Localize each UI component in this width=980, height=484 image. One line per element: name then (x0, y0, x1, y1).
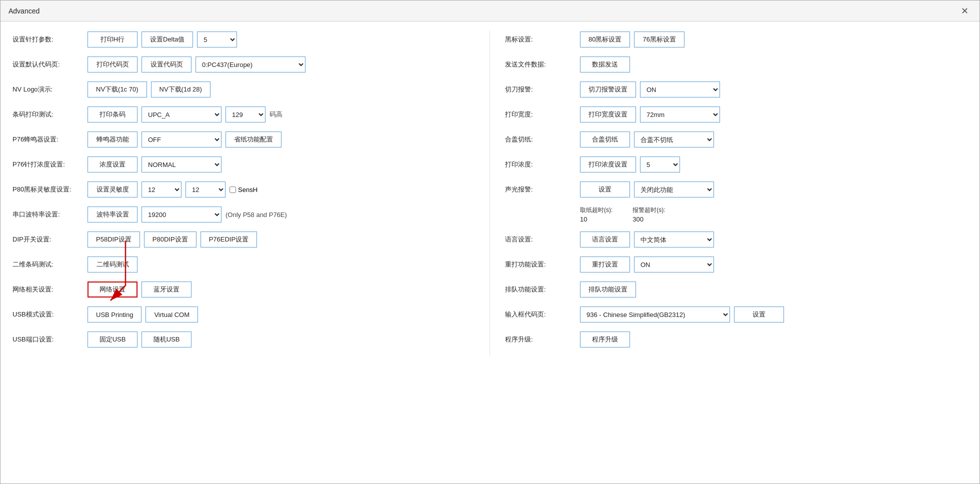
label-default-codepage: 设置默认代码页: (12, 60, 88, 69)
row-input-codepage: 输入框代码页:936 - Chinese Simplified(GB2312)设… (505, 306, 968, 324)
print-density-select[interactable]: 5123467 (640, 156, 680, 172)
reprint-btn[interactable]: 重打设置 (580, 256, 630, 272)
nv-download2-btn[interactable]: NV下载(1d 28) (151, 82, 210, 98)
reprint-select[interactable]: ONOFF (634, 256, 714, 272)
row-black-mark: 黑标设置:80黑标设置76黑标设置 (505, 30, 968, 48)
controls-nv-logo: NV下载(1c 70)NV下载(1d 28) (88, 82, 210, 98)
delta-select[interactable]: 5 (197, 32, 237, 48)
controls-qr-test: 二维码测试 (88, 256, 138, 272)
label-reprint: 重打功能设置: (505, 260, 580, 269)
qr-test-btn[interactable]: 二维码测试 (88, 256, 138, 272)
codepage-select[interactable]: 0:PC437(Europe) (196, 56, 306, 72)
print-width-select[interactable]: 72mm80mm58mm (640, 106, 720, 122)
sensh-checkbox[interactable]: SensH (230, 186, 258, 194)
cutter-alarm-select[interactable]: ONOFF (640, 82, 720, 98)
random-usb-btn[interactable]: 随机USB (142, 332, 192, 348)
virtual-com-btn[interactable]: Virtual COM (146, 306, 198, 322)
cutter-alarm-btn[interactable]: 切刀报警设置 (580, 82, 636, 98)
data-send-btn[interactable]: 数据发送 (580, 56, 630, 72)
bm76-btn[interactable]: 76黑标设置 (634, 32, 684, 48)
row-send-file: 发送文件数据:数据发送 (505, 56, 968, 74)
audio-alarm-select[interactable]: 关闭此功能开启此功能 (634, 182, 714, 198)
row-usb-port: USB端口设置:固定USB随机USB (12, 330, 474, 348)
left-panel: 设置针打参数:打印H行设置Delta值5设置默认代码页:打印代码页设置代码页0:… (12, 30, 490, 356)
baud-select[interactable]: 19200960038400115200 (142, 206, 222, 222)
controls-language: 语言设置中文简体English (580, 232, 714, 248)
row-cover-cut: 合盖切纸:合盖切纸合盖不切纸合盖切纸 (505, 130, 968, 148)
row-reprint: 重打功能设置:重打设置ONOFF (505, 256, 968, 274)
controls-audio-alarm: 设置关闭此功能开启此功能 (580, 182, 714, 198)
density-select[interactable]: NORMALHIGHLOW (142, 156, 222, 172)
input-codepage-select[interactable]: 936 - Chinese Simplified(GB2312) (580, 306, 730, 322)
bluetooth-btn[interactable]: 蓝牙设置 (142, 282, 192, 298)
p76edip-btn[interactable]: P76EDIP设置 (200, 232, 257, 248)
row-timeout: 取纸超时(s):10报警超时(s):300 (505, 206, 968, 224)
row-language: 语言设置:语言设置中文简体English (505, 230, 968, 248)
audio-alarm-btn[interactable]: 设置 (580, 182, 630, 198)
row-serial-baud: 串口波特率设置:波特率设置19200960038400115200(Only P… (12, 206, 474, 224)
print-h-btn[interactable]: 打印H行 (88, 32, 138, 48)
print-width-btn[interactable]: 打印宽度设置 (580, 106, 636, 122)
sensitivity-btn[interactable]: 设置灵敏度 (88, 182, 138, 198)
label-print-width: 打印宽度: (505, 110, 580, 119)
buzzer-btn[interactable]: 蜂鸣器功能 (88, 132, 138, 148)
language-select[interactable]: 中文简体English (634, 232, 714, 248)
density-btn[interactable]: 浓度设置 (88, 156, 138, 172)
controls-queue: 排队功能设置 (580, 282, 636, 298)
label-usb-mode: USB模式设置: (12, 310, 88, 319)
sensitivity-select2[interactable]: 12 (186, 182, 226, 198)
label-p76-buzzer: P76蜂鸣器设置: (12, 135, 88, 144)
label-language: 语言设置: (505, 235, 580, 244)
sensitivity-select1[interactable]: 12 (142, 182, 182, 198)
label-barcode-test: 条码打印测试: (12, 110, 88, 119)
label-serial-baud: 串口波特率设置: (12, 210, 88, 219)
buzzer-select[interactable]: OFFON (142, 132, 222, 148)
row-print-width: 打印宽度:打印宽度设置72mm80mm58mm (505, 106, 968, 124)
row-dip-switch: DIP开关设置:P58DIP设置P80DIP设置P76EDIP设置 (12, 230, 474, 248)
controls-barcode-test: 打印条码UPC_A129码高 (88, 106, 282, 122)
print-density-btn[interactable]: 打印浓度设置 (580, 156, 636, 172)
controls-black-mark: 80黑标设置76黑标设置 (580, 32, 684, 48)
fixed-usb-btn[interactable]: 固定USB (88, 332, 138, 348)
p80dip-btn[interactable]: P80DIP设置 (144, 232, 196, 248)
set-codepage-btn[interactable]: 设置代码页 (142, 56, 192, 72)
close-button[interactable]: ✕ (958, 4, 972, 18)
firmware-btn[interactable]: 程序升级 (580, 332, 630, 348)
row-print-density: 打印浓度:打印浓度设置5123467 (505, 156, 968, 174)
controls-usb-mode: USB PrintingVirtual COM (88, 306, 198, 322)
two-col-timeout: 取纸超时(s):10报警超时(s):300 (580, 206, 666, 223)
controls-pin-print: 打印H行设置Delta值5 (88, 32, 237, 48)
cover-cut-select[interactable]: 合盖不切纸合盖切纸 (634, 132, 714, 148)
network-btn[interactable]: 网络设置 (88, 282, 138, 298)
barcode-height-select[interactable]: 129 (226, 106, 266, 122)
label-input-codepage: 输入框代码页: (505, 310, 580, 319)
label-pin-print: 设置针打参数: (12, 35, 88, 44)
print-barcode-btn[interactable]: 打印条码 (88, 106, 138, 122)
bm80-btn[interactable]: 80黑标设置 (580, 32, 630, 48)
label-p76-density: P76针打浓度设置: (12, 160, 88, 169)
row-p76-density: P76针打浓度设置:浓度设置NORMALHIGHLOW (12, 156, 474, 174)
row-p80-sensitivity: P80黑标灵敏度设置:设置灵敏度1212SensH (12, 180, 474, 198)
input-codepage-set-btn[interactable]: 设置 (734, 306, 784, 322)
controls-default-codepage: 打印代码页设置代码页0:PC437(Europe) (88, 56, 306, 72)
row-usb-mode: USB模式设置:USB PrintingVirtual COM (12, 306, 474, 324)
label-send-file: 发送文件数据: (505, 60, 580, 69)
paper-save-btn[interactable]: 省纸功能配置 (226, 132, 282, 148)
baud-btn[interactable]: 波特率设置 (88, 206, 138, 222)
print-codepage-btn[interactable]: 打印代码页 (88, 56, 138, 72)
set-delta-btn[interactable]: 设置Delta值 (142, 32, 193, 48)
barcode-type-select[interactable]: UPC_A (142, 106, 222, 122)
label-cover-cut: 合盖切纸: (505, 135, 580, 144)
right-panel: 黑标设置:80黑标设置76黑标设置发送文件数据:数据发送切刀报警:切刀报警设置O… (490, 30, 968, 356)
controls-cover-cut: 合盖切纸合盖不切纸合盖切纸 (580, 132, 714, 148)
nv-download1-btn[interactable]: NV下载(1c 70) (88, 82, 147, 98)
sensh-checkbox[interactable] (230, 186, 236, 193)
language-btn[interactable]: 语言设置 (580, 232, 630, 248)
controls-cutter-alarm: 切刀报警设置ONOFF (580, 82, 720, 98)
usb-printing-btn[interactable]: USB Printing (88, 306, 142, 322)
queue-btn[interactable]: 排队功能设置 (580, 282, 636, 298)
cover-cut-btn[interactable]: 合盖切纸 (580, 132, 630, 148)
controls-network: 网络设置蓝牙设置 (88, 282, 192, 298)
row-cutter-alarm: 切刀报警:切刀报警设置ONOFF (505, 80, 968, 98)
p58dip-btn[interactable]: P58DIP设置 (88, 232, 140, 248)
